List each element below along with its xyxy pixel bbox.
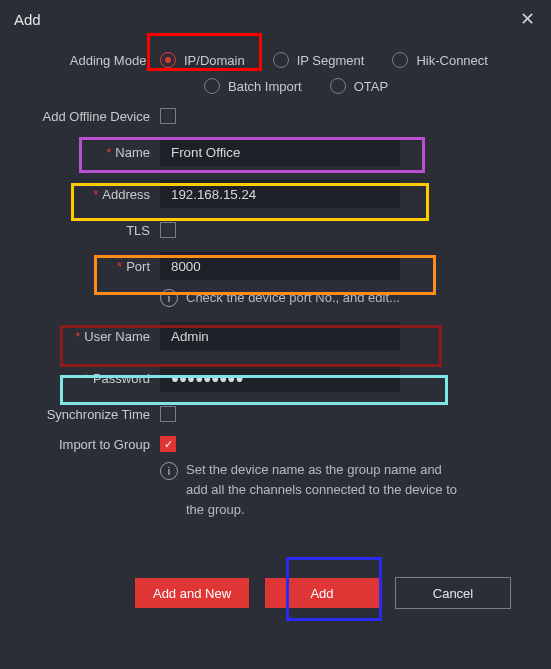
add-offline-checkbox[interactable] — [160, 108, 176, 124]
mode-ip-domain[interactable]: IP/Domain — [160, 52, 245, 68]
add-offline-label: Add Offline Device — [0, 109, 160, 124]
add-and-new-button[interactable]: Add and New — [135, 578, 249, 608]
button-label: Add and New — [153, 586, 231, 601]
password-label: Password — [0, 371, 160, 386]
address-input[interactable] — [160, 180, 400, 208]
adding-mode-group-2: Batch Import OTAP — [160, 78, 388, 94]
mode-ip-segment[interactable]: IP Segment — [273, 52, 365, 68]
mode-label: Hik-Connect — [416, 53, 488, 68]
radio-icon — [273, 52, 289, 68]
button-label: Add — [310, 586, 333, 601]
mode-label: Batch Import — [228, 79, 302, 94]
button-row: Add and New Add Cancel — [135, 577, 511, 609]
port-hint: Check the device port No., and edit... — [186, 288, 400, 308]
username-label: User Name — [0, 329, 160, 344]
add-device-dialog: Add ✕ Adding Mode: IP/Domain IP Segment … — [0, 0, 551, 669]
address-label: Address — [0, 187, 160, 202]
import-group-checkbox[interactable] — [160, 436, 176, 452]
add-button[interactable]: Add — [265, 578, 379, 608]
adding-mode-group: IP/Domain IP Segment Hik-Connect — [160, 52, 488, 68]
username-input[interactable] — [160, 322, 400, 350]
tls-label: TLS — [0, 223, 160, 238]
mode-hik-connect[interactable]: Hik-Connect — [392, 52, 488, 68]
cancel-button[interactable]: Cancel — [395, 577, 511, 609]
port-input[interactable] — [160, 252, 400, 280]
import-group-label: Import to Group — [0, 437, 160, 452]
port-label: Port — [0, 259, 160, 274]
radio-icon — [160, 52, 176, 68]
titlebar: Add ✕ — [0, 0, 551, 34]
name-input[interactable] — [160, 138, 400, 166]
sync-time-checkbox[interactable] — [160, 406, 176, 422]
mode-batch-import[interactable]: Batch Import — [204, 78, 302, 94]
adding-mode-label: Adding Mode: — [0, 53, 160, 68]
radio-icon — [204, 78, 220, 94]
button-label: Cancel — [433, 586, 473, 601]
password-input[interactable] — [160, 364, 400, 392]
mode-label: OTAP — [354, 79, 388, 94]
name-label: Name — [0, 145, 160, 160]
mode-otap[interactable]: OTAP — [330, 78, 388, 94]
import-group-hint: Set the device name as the group name an… — [186, 460, 460, 520]
info-icon: i — [160, 289, 178, 307]
radio-icon — [330, 78, 346, 94]
radio-icon — [392, 52, 408, 68]
info-icon: i — [160, 462, 178, 480]
tls-checkbox[interactable] — [160, 222, 176, 238]
mode-label: IP Segment — [297, 53, 365, 68]
dialog-title: Add — [14, 11, 41, 28]
close-icon[interactable]: ✕ — [517, 10, 537, 28]
mode-label: IP/Domain — [184, 53, 245, 68]
sync-time-label: Synchronize Time — [0, 407, 160, 422]
